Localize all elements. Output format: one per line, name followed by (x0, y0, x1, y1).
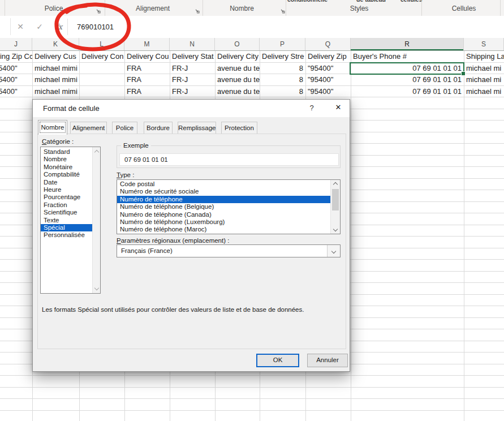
category-option[interactable]: Date (41, 179, 93, 186)
column-header-R-selected[interactable]: R (351, 38, 464, 50)
cell[interactable]: michael mimi (32, 74, 79, 86)
cell[interactable]: Delivery City (215, 51, 260, 63)
cell[interactable] (79, 74, 124, 86)
close-icon[interactable]: ✕ (331, 103, 345, 114)
cell[interactable]: 07 69 01 01 01 (351, 86, 464, 98)
cell[interactable] (79, 86, 124, 98)
category-option[interactable]: Personnalisée (41, 231, 93, 239)
column-header-N[interactable]: N (170, 38, 215, 50)
cell[interactable]: Delivery Cou (124, 51, 170, 63)
category-option[interactable]: Fraction (41, 201, 93, 209)
formula-bar: ✕ ✓ fx 769010101 (0, 16, 504, 38)
cell[interactable]: 8 (260, 63, 305, 75)
cell[interactable]: michael mi (464, 74, 504, 86)
category-option[interactable]: Scientifique (41, 209, 93, 216)
cell[interactable]: 07 69 01 01 01 (351, 74, 464, 86)
cell[interactable]: avenue du te (215, 74, 260, 86)
cell[interactable]: Delivery Con (79, 51, 124, 63)
cell[interactable]: Delivery Cus (32, 51, 79, 63)
category-option[interactable]: Monétaire (41, 164, 93, 171)
cell[interactable] (79, 63, 124, 75)
category-option[interactable]: Nombre (41, 156, 93, 163)
type-option[interactable]: Numéro de téléphone (Canada) (117, 211, 331, 218)
cell[interactable]: Delivery Stre (260, 51, 305, 63)
cell[interactable]: FRA (124, 63, 170, 75)
dialog-launcher-icon[interactable] (279, 6, 286, 12)
column-header-O[interactable]: O (215, 38, 260, 50)
column-header-P[interactable]: P (260, 38, 305, 50)
cancel-button[interactable]: Annuler (307, 354, 348, 367)
tab-protection[interactable]: Protection (221, 122, 257, 134)
type-option[interactable]: Code postal (117, 181, 331, 188)
cell[interactable]: michael mi (464, 63, 504, 75)
category-option[interactable]: Heure (41, 186, 93, 194)
column-header-S[interactable]: S (464, 38, 504, 50)
column-header-J[interactable]: J (0, 38, 32, 50)
insert-function-icon[interactable]: fx (51, 16, 67, 38)
cell-selected[interactable]: 07 69 01 01 01 (351, 63, 464, 75)
cell[interactable]: "95400" (305, 74, 351, 86)
type-option[interactable]: Numéro de téléphone (Belgique) (117, 203, 331, 211)
cell[interactable]: 8 (260, 86, 305, 98)
cell[interactable]: FRA (124, 86, 170, 98)
column-header-K[interactable]: K (32, 38, 79, 50)
cell[interactable]: FR-J (170, 86, 215, 98)
category-option-selected[interactable]: Spécial (41, 224, 93, 231)
scrollbar-thumb[interactable] (332, 189, 339, 211)
tab-nombre[interactable]: Nombre (38, 120, 67, 135)
cell[interactable]: "95400" (305, 63, 351, 75)
chevron-down-icon[interactable] (327, 245, 340, 257)
dialog-launcher-icon[interactable] (95, 6, 101, 12)
cell[interactable]: FRA (124, 74, 170, 86)
cell[interactable]: FR-J (170, 74, 215, 86)
category-option[interactable]: Pourcentage (41, 194, 93, 201)
dialog-launcher-icon[interactable] (194, 6, 200, 12)
category-option[interactable]: Texte (41, 217, 93, 224)
scroll-down-icon[interactable] (331, 225, 340, 233)
locale-combobox[interactable]: Français (France) (117, 244, 341, 257)
cell[interactable]: michael mi (464, 86, 504, 98)
tab-alignement[interactable]: Alignement (70, 122, 107, 134)
tab-bordure[interactable]: Bordure (144, 122, 173, 134)
formula-bar-input[interactable]: 769010101 (77, 16, 114, 38)
dialog-titlebar[interactable]: Format de cellule ? ✕ (33, 100, 350, 117)
ok-button[interactable]: OK (256, 354, 299, 367)
cell[interactable]: ling Zip Cc (0, 51, 32, 63)
type-scrollbar[interactable] (330, 180, 340, 234)
help-icon[interactable]: ? (306, 104, 317, 114)
category-option[interactable]: Standard (41, 148, 93, 156)
tab-police[interactable]: Police (112, 122, 137, 134)
category-scrollbar[interactable] (92, 147, 100, 293)
cell[interactable]: "95400" (305, 86, 351, 98)
cell[interactable]: Buyer's Phone # (351, 51, 464, 63)
column-header-Q[interactable]: Q (305, 38, 351, 50)
example-label: Exemple (121, 142, 151, 149)
cell[interactable]: Delivery Stat (170, 51, 215, 63)
type-option[interactable]: Numéro de téléphone (Maroc) (117, 226, 331, 233)
cell[interactable]: Shipping La (464, 51, 504, 63)
column-header-L[interactable]: L (79, 38, 124, 50)
cell[interactable]: michael mimi (32, 63, 79, 75)
type-listbox[interactable]: Code postal Numéro de sécurité sociale N… (117, 179, 341, 234)
cancel-icon[interactable]: ✕ (12, 16, 28, 38)
enter-icon[interactable]: ✓ (32, 16, 48, 38)
cell[interactable]: FR-J (170, 63, 215, 75)
type-option[interactable]: Numéro de sécurité sociale (117, 188, 331, 195)
type-option-selected[interactable]: Numéro de téléphone (117, 196, 331, 203)
cell[interactable]: Delivery Zip (305, 51, 351, 63)
cell[interactable]: 5400" (0, 63, 32, 75)
column-header-M[interactable]: M (124, 38, 170, 50)
cell[interactable]: 8 (260, 74, 305, 86)
category-option[interactable]: Comptabilité (41, 171, 93, 178)
cell[interactable]: 5400" (0, 86, 32, 98)
tab-remplissage[interactable]: Remplissage (178, 122, 216, 134)
cell[interactable]: avenue du te (215, 86, 260, 98)
cell[interactable]: michael mimi (32, 86, 79, 98)
scroll-down-icon[interactable] (93, 284, 100, 292)
scroll-up-icon[interactable] (331, 181, 340, 188)
cell[interactable]: avenue du te (215, 63, 260, 75)
cell[interactable]: 5400" (0, 74, 32, 86)
type-option[interactable]: Numéro de téléphone (Luxembourg) (117, 218, 331, 226)
category-listbox[interactable]: Standard Nombre Monétaire Comptabilité D… (40, 147, 101, 294)
scroll-up-icon[interactable] (93, 148, 100, 156)
